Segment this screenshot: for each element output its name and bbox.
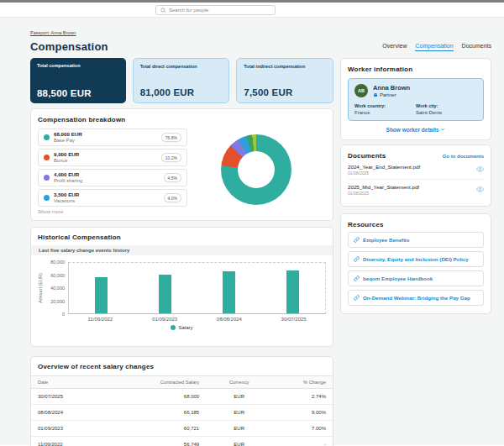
tab-compensation[interactable]: Compensation bbox=[415, 43, 453, 51]
salary-bar[interactable] bbox=[223, 271, 235, 313]
link-icon bbox=[354, 256, 360, 262]
col-contracted-salary: Contracted Salary bbox=[122, 376, 207, 389]
card-label: Total compensation bbox=[37, 63, 119, 68]
resources-panel: Resources Employee Benefits Diversity, E… bbox=[340, 213, 491, 314]
historical-compensation-panel: Historical Compensation Last five salary… bbox=[30, 227, 333, 347]
x-axis-labels: 11/09/2022 01/09/2023 08/08/2024 30/07/2… bbox=[68, 317, 326, 322]
salary-bar[interactable] bbox=[286, 270, 299, 313]
profit-sharing-dot bbox=[44, 175, 50, 181]
y-axis-ticks: 80,00060,00040,00020,0000 bbox=[46, 262, 68, 314]
document-name: 2025_Mid_Year_Statement.pdf bbox=[348, 184, 419, 190]
salary-changes-panel: Overview of recent salary changes Date C… bbox=[30, 356, 333, 446]
document-row[interactable]: 2024_Year_End_Statement.pdf 01/08/2025 bbox=[348, 160, 484, 180]
resource-link-employee-handbook[interactable]: beqom Employee Handbook bbox=[348, 270, 484, 286]
legend-item-bonus[interactable]: 9,000 EUR Bonus 10.2% bbox=[38, 149, 187, 166]
col-currency: Currency bbox=[206, 376, 272, 389]
worker-information-panel: Worker information AB Anna Brown Partner bbox=[340, 58, 491, 140]
breakdown-legend: 68,000 EUR Base Pay 76.8% 9,000 EUR Bonu… bbox=[38, 129, 187, 207]
item-percent-badge: 76.8% bbox=[161, 133, 181, 142]
table-header-row: Date Contracted Salary Currency % Change bbox=[31, 376, 333, 389]
y-tick-label: 20,000 bbox=[50, 299, 65, 304]
y-tick-label: 60,000 bbox=[50, 273, 65, 278]
briefcase-icon bbox=[373, 92, 378, 97]
x-tick-label: 01/09/2023 bbox=[139, 317, 190, 322]
x-tick-label: 11/09/2022 bbox=[75, 317, 125, 322]
breakdown-donut-chart bbox=[221, 134, 291, 205]
card-label: Total direct compensation bbox=[140, 64, 223, 69]
work-country-value: France bbox=[354, 110, 416, 115]
search-input[interactable] bbox=[169, 8, 270, 13]
resource-link-employee-benefits[interactable]: Employee Benefits bbox=[348, 232, 484, 248]
eye-icon bbox=[476, 165, 484, 173]
y-tick-label: 80,000 bbox=[50, 260, 65, 265]
page-title: Compensation bbox=[30, 40, 108, 53]
resource-link-dei-policy[interactable]: Diversity, Equity and Inclusion (DEI) Po… bbox=[348, 251, 484, 267]
worker-role: Partner bbox=[380, 92, 396, 97]
card-value: 7,500 EUR bbox=[244, 87, 326, 97]
view-document-button[interactable] bbox=[476, 186, 484, 193]
resources-title: Resources bbox=[348, 221, 484, 228]
item-amount: 3,500 EUR bbox=[54, 192, 79, 198]
document-row[interactable]: 2025_Mid_Year_Statement.pdf 01/08/2025 bbox=[348, 180, 484, 199]
chevron-down-icon bbox=[440, 127, 445, 132]
chart-legend[interactable]: Salary bbox=[38, 325, 326, 330]
table-row: 01/09/2023 60,721 EUR 7.00% bbox=[31, 421, 333, 437]
search-icon bbox=[160, 8, 166, 13]
salary-bar[interactable] bbox=[95, 277, 108, 313]
show-more-link[interactable]: Show more bbox=[38, 209, 326, 214]
item-amount: 9,000 EUR bbox=[54, 151, 79, 158]
table-row: 30/07/2025 68,000 EUR 2.74% bbox=[31, 389, 333, 405]
worker-card: AB Anna Brown Partner Work country: bbox=[348, 78, 484, 121]
link-icon bbox=[354, 275, 360, 281]
page-tabs: Overview Compensation Documents bbox=[382, 43, 491, 53]
x-tick-label: 30/07/2025 bbox=[269, 317, 319, 322]
go-to-documents-link[interactable]: Go to documents bbox=[443, 154, 484, 159]
work-city-label: Work city: bbox=[416, 103, 477, 108]
y-axis-title: Amount (EUR) bbox=[38, 262, 46, 314]
eye-icon bbox=[476, 186, 484, 193]
vacations-dot bbox=[44, 195, 50, 201]
col-percent-change: % Change bbox=[272, 376, 333, 389]
bonus-dot bbox=[44, 155, 50, 160]
summary-cards: Total compensation 88,500 EUR Total dire… bbox=[30, 58, 333, 103]
item-amount: 4,000 EUR bbox=[54, 171, 82, 178]
documents-panel: Documents Go to documents 2024_Year_End_… bbox=[340, 144, 491, 207]
item-amount: 68,000 EUR bbox=[54, 131, 82, 138]
item-label: Bonus bbox=[54, 158, 79, 164]
base-pay-dot bbox=[44, 134, 50, 140]
tab-documents[interactable]: Documents bbox=[462, 43, 491, 51]
tab-overview[interactable]: Overview bbox=[382, 43, 407, 51]
col-date: Date bbox=[31, 376, 122, 389]
item-label: Profit sharing bbox=[54, 178, 82, 184]
total-indirect-compensation-card: Total indirect compensation 7,500 EUR bbox=[236, 58, 333, 103]
link-icon bbox=[354, 237, 360, 243]
item-percent-badge: 4.0% bbox=[164, 193, 181, 202]
breakdown-title: Compensation breakdown bbox=[38, 116, 326, 123]
legend-item-base-pay[interactable]: 68,000 EUR Base Pay 76.8% bbox=[38, 129, 187, 146]
people-search[interactable] bbox=[155, 5, 276, 15]
legend-dot bbox=[171, 325, 176, 330]
work-country-label: Work country: bbox=[354, 103, 416, 108]
x-tick-label: 08/08/2024 bbox=[204, 317, 255, 322]
salary-bar-chart: Amount (EUR) 80,00060,00040,00020,0000 bbox=[38, 262, 326, 314]
documents-title: Documents bbox=[348, 152, 386, 160]
page-body: Passport: Anna Brown Compensation Overvi… bbox=[0, 18, 504, 445]
table-row: 08/08/2024 66,185 EUR 9.00% bbox=[31, 405, 333, 421]
breadcrumb[interactable]: Passport: Anna Brown bbox=[30, 30, 76, 35]
view-document-button[interactable] bbox=[476, 165, 484, 173]
worker-name: Anna Brown bbox=[373, 84, 410, 92]
worker-info-title: Worker information bbox=[348, 66, 484, 73]
card-value: 81,000 EUR bbox=[140, 87, 223, 97]
legend-item-profit-sharing[interactable]: 4,000 EUR Profit sharing 4.5% bbox=[38, 169, 187, 186]
legend-label: Salary bbox=[178, 325, 192, 330]
resource-link-webinar[interactable]: On-Demand Webinar: Bridging the Pay Gap bbox=[348, 290, 484, 306]
card-label: Total indirect compensation bbox=[244, 64, 326, 69]
total-compensation-card: Total compensation 88,500 EUR bbox=[30, 58, 126, 103]
show-worker-details-link[interactable]: Show worker details bbox=[348, 127, 484, 133]
legend-item-vacations[interactable]: 3,500 EUR Vacations 4.0% bbox=[38, 189, 187, 207]
item-label: Base Pay bbox=[54, 138, 82, 144]
document-date: 01/08/2025 bbox=[348, 171, 420, 176]
total-direct-compensation-card: Total direct compensation 81,000 EUR bbox=[133, 58, 230, 103]
y-tick-label: 40,000 bbox=[50, 286, 65, 291]
salary-bar[interactable] bbox=[159, 275, 171, 313]
